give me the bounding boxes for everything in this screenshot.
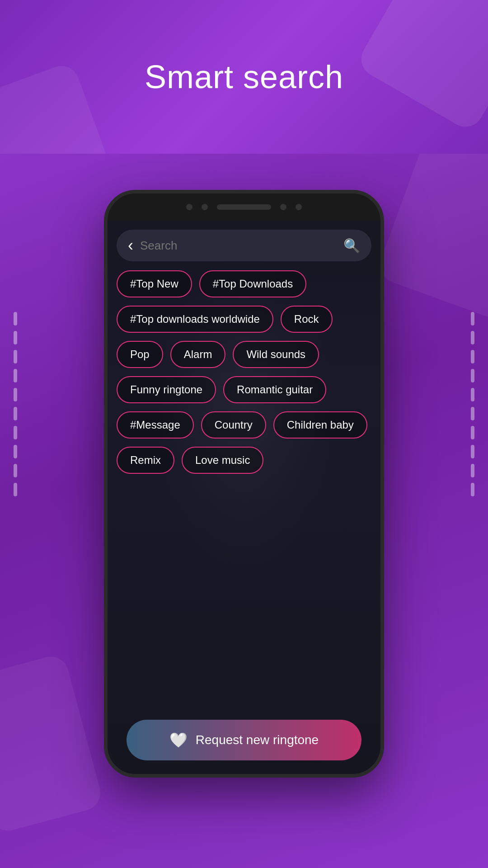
dash <box>14 369 17 382</box>
dash <box>471 369 474 382</box>
tag-remix[interactable]: Remix <box>117 447 174 474</box>
tag-top-downloads-worldwide[interactable]: #Top downloads worldwide <box>117 306 273 333</box>
tags-row-3: Pop Alarm Wild sounds <box>117 341 371 368</box>
tag-top-new[interactable]: #Top New <box>117 270 192 297</box>
tag-country[interactable]: Country <box>201 411 266 439</box>
tag-romantic-guitar[interactable]: Romantic guitar <box>223 376 326 403</box>
tag-love-music[interactable]: Love music <box>182 447 263 474</box>
tags-row-1: #Top New #Top Downloads <box>117 270 371 297</box>
search-icon[interactable]: 🔍 <box>343 238 360 254</box>
phone-sensor-dot-1 <box>186 204 192 210</box>
dash <box>471 388 474 401</box>
dash <box>14 445 17 458</box>
dash <box>471 312 474 326</box>
request-ringtone-button[interactable]: 🤍 Request new ringtone <box>127 720 361 760</box>
dashes-right <box>471 312 474 496</box>
tag-rock[interactable]: Rock <box>281 306 333 333</box>
search-input[interactable] <box>140 239 337 253</box>
request-icon: 🤍 <box>169 731 188 749</box>
dash <box>471 350 474 363</box>
dash <box>471 331 474 344</box>
back-button[interactable]: ‹ <box>128 237 133 254</box>
phone-top-bar <box>108 193 380 221</box>
dash <box>14 312 17 326</box>
dash <box>14 388 17 401</box>
tags-row-6: Remix Love music <box>117 447 371 474</box>
phone-mockup: ‹ 🔍 #Top New #Top Downloads #Top downloa… <box>104 190 384 778</box>
dash <box>14 483 17 496</box>
search-bar[interactable]: ‹ 🔍 <box>117 230 371 261</box>
tag-funny-ringtone[interactable]: Funny ringtone <box>117 376 216 403</box>
tags-row-4: Funny ringtone Romantic guitar <box>117 376 371 403</box>
dash <box>14 331 17 344</box>
dash <box>14 407 17 420</box>
tag-top-downloads[interactable]: #Top Downloads <box>199 270 306 297</box>
tag-message[interactable]: #Message <box>117 411 194 439</box>
dash <box>14 464 17 477</box>
phone-sensor-dot-3 <box>296 204 302 210</box>
dash <box>471 464 474 477</box>
header-area: Smart search <box>0 0 488 154</box>
dash <box>14 350 17 363</box>
tags-container: #Top New #Top Downloads #Top downloads w… <box>117 270 371 474</box>
request-label: Request new ringtone <box>196 733 319 747</box>
tag-children-baby[interactable]: Children baby <box>273 411 367 439</box>
tag-alarm[interactable]: Alarm <box>170 341 226 368</box>
tags-row-5: #Message Country Children baby <box>117 411 371 439</box>
dash <box>471 426 474 439</box>
dashes-left <box>14 312 17 496</box>
phone-speaker <box>217 204 271 210</box>
phone-camera-dot <box>280 204 286 210</box>
lower-background: ‹ 🔍 #Top New #Top Downloads #Top downloa… <box>0 154 488 868</box>
page-title: Smart search <box>145 58 343 95</box>
phone-sensor-dot-2 <box>202 204 208 210</box>
dash <box>471 483 474 496</box>
tag-wild-sounds[interactable]: Wild sounds <box>233 341 319 368</box>
tags-row-2: #Top downloads worldwide Rock <box>117 306 371 333</box>
dash <box>471 407 474 420</box>
dash <box>471 445 474 458</box>
phone-screen: ‹ 🔍 #Top New #Top Downloads #Top downloa… <box>108 221 380 774</box>
dash <box>14 426 17 439</box>
tag-pop[interactable]: Pop <box>117 341 163 368</box>
